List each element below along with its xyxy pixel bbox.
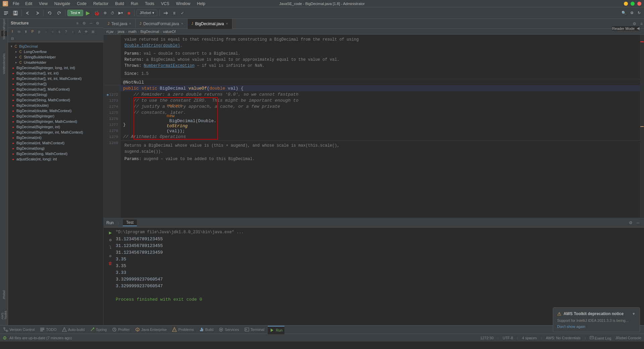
toolbar-save[interactable] [11,9,19,17]
breadcrumb-rtjar[interactable]: rt.jar [106,30,114,34]
run-with-coverage[interactable]: ⊕ [102,9,108,17]
tree-item-adjustscale[interactable]: ● adjustScale(int, long): int [8,156,103,162]
toolbar-search[interactable]: 🔍 [620,9,628,17]
jrebel-side-tab[interactable]: JRebel [1,292,7,298]
terminal-btn[interactable]: _ Terminal [243,326,267,334]
menu-build[interactable]: Build [112,0,127,7]
code-line-1277[interactable]: return new BigDecimal(Double. toString (… [120,115,640,121]
tree-item-ctor13[interactable]: ● BigDecimal(BigInteger, int, MathContex… [8,130,103,135]
breadcrumb-bigdecimal[interactable]: BigDecimal [141,30,159,34]
struct-sort[interactable]: ≡ [74,20,80,26]
filter-inherited[interactable]: ⬆ [23,29,29,35]
run-config-button[interactable]: Test ▾ [67,10,83,16]
tree-item-ctor15[interactable]: ● BigDecimal(int, MathContext) [8,140,103,146]
tree-item-ctor9[interactable]: ● BigDecimal(double, MathContext) [8,108,103,113]
run-clear-btn[interactable]: ⊘ [107,253,113,259]
run-more[interactable]: ▶▾ [117,9,124,17]
struct-gear2[interactable]: ⚙ [95,20,101,26]
aws-side-tab[interactable]: AWS Toolkit [1,312,7,318]
status-event-log[interactable]: Event Log [590,336,611,340]
run-settings-btn[interactable]: ⚙ [627,219,634,226]
tab-decimalformat[interactable]: J DecimalFormat.java × [136,19,187,29]
tree-item-ctor12[interactable]: ● BigDecimal(BigInteger, int) [8,124,103,130]
filter-public[interactable]: P [30,29,36,35]
run-filter-btn[interactable]: ⚙ [107,237,113,243]
services-btn[interactable]: Services [217,326,241,334]
structure-side-icon[interactable]: Structure [1,30,7,37]
menu-navigate[interactable]: Navigate [52,0,73,7]
tree-item-ctor1[interactable]: ● BigDecimal(BigInteger, long, int, int) [8,65,103,70]
problems-btn[interactable]: ! Problems [170,326,196,334]
version-control-btn[interactable]: Version Control [1,326,37,334]
menu-refactor[interactable]: Refactor [91,0,111,7]
status-line-col[interactable]: 1272:30 [480,336,494,340]
run-play-btn[interactable]: ▶ [107,230,113,236]
filter-private[interactable]: - [43,29,49,35]
filter-package[interactable]: ○ [50,29,56,35]
toolbar-recent-files[interactable] [2,9,10,17]
right-margin-bar[interactable] [640,35,644,218]
tree-item-ctor16[interactable]: ● BigDecimal(long) [8,146,103,151]
tab-bigdecimal[interactable]: J BigDecimal.java × [187,19,232,29]
tab-close-bigdecimal[interactable]: × [226,19,228,29]
tree-item-ctor8[interactable]: ● BigDecimal(double) [8,103,103,108]
tree-item-ctor3[interactable]: ● BigDecimal(char[], int, int, MathConte… [8,76,103,81]
tree-root[interactable]: ▾ C BigDecimal [8,44,103,49]
run-minimize-btn[interactable]: ─ [635,219,641,226]
toolbar-pause[interactable]: ⏸ [171,9,177,17]
tabs-settings-btn[interactable]: ⚙ [630,21,639,26]
run-tab-test[interactable]: Test [123,219,137,226]
menu-vcs[interactable]: VCS [158,0,172,7]
filter-expand[interactable]: ⊞ [90,29,96,35]
reader-mode-toggle[interactable]: ◀ [637,26,639,31]
jrebel-button[interactable]: JRebel ▾ [137,10,157,16]
menu-tools[interactable]: Tools [142,0,157,7]
status-files-uptodate[interactable]: All files are up-to-date (7 minutes ago) [9,336,72,340]
filter-protected[interactable]: p [36,29,42,35]
tree-item-ctor17[interactable]: ● BigDecimal(long, MathContext) [8,151,103,156]
filter-visibility[interactable]: 👁 [83,29,89,35]
toolbar-step-over[interactable] [162,9,170,17]
tab-close-decimalformat[interactable]: × [181,19,183,29]
menu-window[interactable]: Window [173,0,193,7]
profiler-btn[interactable]: Profiler [110,326,132,334]
tree-item-stringbuilderhelper[interactable]: ▸ C StringBuilderHelper [8,54,103,60]
code-area[interactable]: value returned is equal to that resultin… [120,35,640,218]
maximize-btn[interactable]: □ [631,2,635,6]
breadcrumb-math[interactable]: math [128,30,137,34]
build-btn[interactable]: Build [197,326,215,334]
tree-item-ctor4[interactable]: ● BigDecimal(char[]) [8,81,103,87]
tree-item-ctor7[interactable]: ● BigDecimal(String, MathContext) [8,97,103,103]
warning-marker[interactable] [640,126,644,127]
toolbar-settings[interactable]: ⚙ [629,9,635,17]
status-encoding[interactable]: UTF-8 [502,336,513,340]
filter-alphabetical[interactable]: A [76,29,83,35]
menu-view[interactable]: View [36,0,50,7]
toolbar-redo[interactable] [55,9,63,17]
toolbar-update[interactable]: ↻ [636,9,642,17]
debug-button[interactable]: 🐞 [93,9,101,17]
code-line-1272[interactable]: public static BigDecimal valueOf ( doubl… [120,85,640,91]
tree-item-ctor5[interactable]: ● BigDecimal(char[], MathContext) [8,87,103,92]
profile-button[interactable]: ⏱ [109,9,116,17]
java-enterprise-btn[interactable]: J Java Enterprise [133,326,169,334]
menu-file[interactable]: File [11,0,21,7]
status-aws[interactable]: AWS: No Credentials [546,336,581,340]
toolbar-forward[interactable] [33,9,41,17]
code-line-1273[interactable]: // Reminder: a zero double returns '0.0'… [120,91,640,97]
filter-static[interactable]: s [56,29,62,35]
status-jrebel[interactable]: JRebel Console [615,336,641,340]
status-indent[interactable]: 4 spaces [522,336,537,340]
close-btn[interactable]: ✕ [637,2,641,6]
filter-anon[interactable]: ? [63,29,69,35]
menu-code[interactable]: Code [74,0,89,7]
filter-collapse[interactable]: ⊟ [9,35,15,41]
toolbar-something[interactable]: ✓ [179,9,187,17]
filter-order[interactable]: ↕ [70,29,76,35]
tree-item-ctor11[interactable]: ● BigDecimal(BigInteger, MathContext) [8,119,103,124]
title-bar-controls[interactable]: ─ □ ✕ [624,2,641,6]
doc-link-tostring[interactable]: Double.toString(double) [124,43,180,48]
run-scroll-btn[interactable]: ⤵ [107,244,113,250]
breadcrumb-valueof[interactable]: valueOf [163,30,176,34]
tab-close-test[interactable]: × [129,19,131,29]
